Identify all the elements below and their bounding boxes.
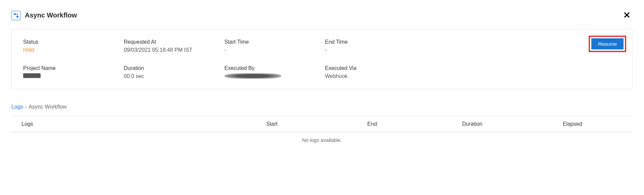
- col-start: Start: [222, 121, 322, 127]
- resume-button[interactable]: Resume: [591, 38, 624, 49]
- status-label: Status: [23, 39, 124, 45]
- project-name-label: Project Name: [23, 65, 124, 71]
- details-card: Status Hold Requested At 09/03/2021 05:1…: [11, 29, 633, 89]
- resume-highlight: Resume: [589, 36, 626, 52]
- col-logs: Logs: [21, 121, 222, 127]
- requested-at-label: Requested At: [124, 39, 224, 45]
- requested-at-field: Requested At 09/03/2021 05:18:48 PM IST: [124, 39, 224, 53]
- start-time-value: -: [224, 47, 325, 53]
- end-time-label: End Time: [325, 39, 426, 45]
- redacted-project-name: [23, 73, 41, 78]
- workflow-icon: [11, 11, 21, 20]
- logs-empty-message: No logs available.: [11, 132, 633, 148]
- svg-rect-0: [14, 13, 16, 15]
- duration-label: Duration: [124, 65, 224, 71]
- breadcrumb: Logs › Async Workflow: [11, 104, 633, 110]
- breadcrumb-root[interactable]: Logs: [11, 104, 23, 110]
- status-field: Status Hold: [23, 39, 124, 53]
- col-end: End: [322, 121, 422, 127]
- requested-at-value: 09/03/2021 05:18:48 PM IST: [124, 47, 224, 53]
- page-title: Async Workflow: [25, 11, 77, 19]
- redacted-executed-by: [224, 73, 281, 79]
- breadcrumb-current: Async Workflow: [29, 104, 67, 110]
- executed-via-label: Executed Via: [325, 65, 426, 71]
- executed-via-field: Executed Via Webhook: [325, 65, 426, 79]
- logs-table: Logs Start End Duration Elapsed: [11, 116, 633, 132]
- executed-via-value: Webhook: [325, 73, 426, 79]
- spacer-bottom: [426, 65, 621, 79]
- project-name-field: Project Name: [23, 65, 124, 79]
- page-header: Async Workflow ✕: [11, 9, 633, 21]
- header-left: Async Workflow: [11, 11, 77, 20]
- duration-value: 00.0 sec: [124, 73, 224, 79]
- col-elapsed: Elapsed: [522, 121, 623, 127]
- project-name-value: [23, 73, 124, 78]
- end-time-field: End Time -: [325, 39, 426, 53]
- close-icon[interactable]: ✕: [621, 9, 633, 21]
- executed-by-field: Executed By: [224, 65, 325, 79]
- logs-table-header: Logs Start End Duration Elapsed: [11, 116, 633, 132]
- chevron-right-icon: ›: [25, 104, 27, 110]
- executed-by-label: Executed By: [224, 65, 325, 71]
- col-duration: Duration: [422, 121, 523, 127]
- start-time-field: Start Time -: [224, 39, 325, 53]
- duration-field: Duration 00.0 sec: [124, 65, 224, 79]
- svg-rect-1: [16, 16, 18, 17]
- executed-by-value: [224, 73, 325, 79]
- status-value: Hold: [23, 47, 124, 53]
- end-time-value: -: [325, 47, 426, 53]
- start-time-label: Start Time: [224, 39, 325, 45]
